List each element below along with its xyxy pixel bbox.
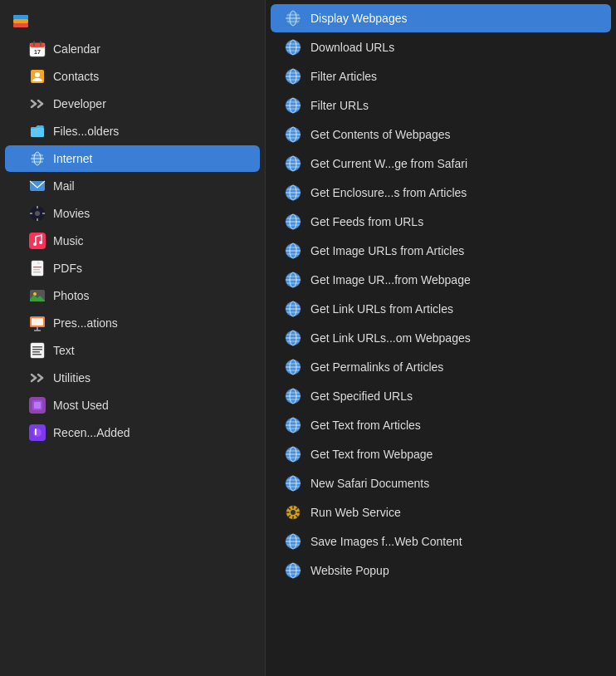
content-item-display-webpages[interactable]: Display Webpages — [271, 4, 611, 32]
content-item-get-link-urls-webpages[interactable]: Get Link URLs...om Webpages — [271, 324, 611, 352]
content-item-filter-articles[interactable]: Filter Articles — [271, 62, 611, 91]
filter-articles-label: Filter Articles — [310, 70, 377, 83]
get-text-articles-label: Get Text from Articles — [310, 419, 421, 432]
content-item-get-specified-urls[interactable]: Get Specified URLs — [271, 382, 611, 410]
sidebar-item-text[interactable]: Text — [5, 337, 260, 364]
svg-rect-54 — [35, 429, 37, 435]
svg-rect-4 — [30, 43, 45, 47]
display-webpages-label: Display Webpages — [310, 12, 407, 25]
svg-rect-44 — [32, 354, 42, 355]
music-icon — [28, 232, 46, 250]
sidebar-item-files[interactable]: Files...olders — [5, 118, 260, 145]
svg-point-9 — [35, 72, 40, 77]
get-permalinks-icon — [284, 358, 302, 376]
internet-label: Internet — [53, 152, 92, 165]
content-item-get-current[interactable]: Get Current W...ge from Safari — [271, 149, 611, 178]
save-images-icon — [284, 532, 302, 551]
most-used-icon — [28, 396, 46, 414]
content-items: Display Webpages Download URLs Filter Ar… — [266, 4, 616, 585]
movies-label: Movies — [53, 207, 90, 220]
sidebar-item-photos[interactable]: Photos — [5, 282, 260, 309]
developer-label: Developer — [53, 97, 106, 110]
content-item-save-images[interactable]: Save Images f...Web Content — [271, 527, 611, 556]
get-link-urls-articles-label: Get Link URLs from Articles — [310, 302, 453, 316]
content-item-get-link-urls-articles[interactable]: Get Link URLs from Articles — [271, 295, 611, 323]
content-item-get-enclosures[interactable]: Get Enclosure...s from Articles — [271, 179, 611, 207]
sidebar-item-presentations[interactable]: Pres...ations — [5, 310, 260, 336]
new-safari-documents-label: New Safari Documents — [310, 477, 429, 490]
sidebar-item-music[interactable]: Music — [5, 228, 260, 254]
svg-rect-31 — [33, 267, 42, 267]
svg-rect-14 — [31, 127, 44, 137]
content-item-get-image-urls-webpage[interactable]: Get Image UR...from Webpage — [271, 266, 611, 294]
svg-point-141 — [291, 510, 296, 515]
sidebar-item-recently-added[interactable]: Recen...Added — [5, 419, 260, 446]
svg-rect-51 — [34, 402, 41, 409]
presentations-icon — [28, 314, 46, 332]
website-popup-icon — [284, 561, 302, 580]
photos-icon — [28, 287, 46, 305]
svg-rect-43 — [32, 351, 40, 353]
sidebar-item-most-used[interactable]: Most Used — [5, 392, 260, 419]
get-enclosures-label: Get Enclosure...s from Articles — [310, 186, 467, 199]
get-text-webpage-label: Get Text from Webpage — [310, 448, 433, 461]
svg-point-35 — [33, 292, 37, 296]
svg-text:17: 17 — [34, 49, 41, 55]
contacts-icon — [28, 67, 46, 86]
get-link-urls-webpages-icon — [284, 329, 302, 347]
internet-icon — [28, 149, 46, 168]
svg-rect-27 — [29, 233, 46, 249]
svg-point-22 — [35, 211, 40, 216]
content-item-run-web-service[interactable]: Run Web Service — [271, 498, 611, 527]
content-item-get-permalinks[interactable]: Get Permalinks of Articles — [271, 353, 611, 381]
filter-urls-icon — [284, 96, 302, 115]
pdfs-label: PDFs — [53, 262, 82, 275]
svg-rect-1 — [13, 19, 28, 23]
library-header[interactable] — [0, 7, 265, 35]
svg-rect-42 — [32, 349, 42, 350]
calendar-label: Calendar — [53, 42, 100, 56]
pdfs-icon — [28, 259, 46, 277]
contacts-label: Contacts — [53, 70, 99, 83]
svg-line-46 — [32, 378, 36, 381]
music-label: Music — [53, 234, 84, 247]
library-icon — [12, 12, 30, 30]
recently-added-label: Recen...Added — [53, 426, 130, 439]
svg-rect-40 — [31, 343, 44, 358]
sidebar-item-calendar[interactable]: 17 Calendar — [5, 36, 260, 62]
sidebar-item-movies[interactable]: Movies — [5, 200, 260, 227]
calendar-icon: 17 — [28, 40, 46, 58]
content-item-get-text-articles[interactable]: Get Text from Articles — [271, 411, 611, 439]
svg-rect-41 — [32, 346, 42, 348]
content-item-filter-urls[interactable]: Filter URLs — [271, 91, 611, 120]
get-image-urls-articles-icon — [284, 242, 302, 260]
content-item-new-safari-documents[interactable]: New Safari Documents — [271, 469, 611, 497]
svg-line-11 — [32, 104, 36, 107]
save-images-label: Save Images f...Web Content — [310, 535, 462, 548]
content-item-download-urls[interactable]: Download URLs — [271, 33, 611, 61]
content-item-get-text-webpage[interactable]: Get Text from Webpage — [271, 440, 611, 468]
get-feeds-label: Get Feeds from URLs — [310, 215, 423, 228]
utilities-label: Utilities — [53, 371, 90, 385]
get-specified-urls-label: Get Specified URLs — [310, 389, 413, 403]
content-item-get-image-urls-articles[interactable]: Get Image URLs from Articles — [271, 237, 611, 265]
content-item-website-popup[interactable]: Website Popup — [271, 556, 611, 585]
content-item-get-feeds[interactable]: Get Feeds from URLs — [271, 208, 611, 236]
sidebar-item-developer[interactable]: Developer — [5, 91, 260, 117]
sidebar-item-utilities[interactable]: Utilities — [5, 365, 260, 391]
get-current-icon — [284, 154, 302, 173]
get-text-webpage-icon — [284, 445, 302, 463]
sidebar-item-pdfs[interactable]: PDFs — [5, 255, 260, 282]
svg-point-53 — [33, 429, 42, 437]
run-web-service-icon — [284, 503, 302, 522]
svg-line-48 — [38, 378, 42, 381]
text-label: Text — [53, 344, 75, 357]
sidebar-item-internet[interactable]: Internet — [5, 145, 260, 172]
sidebar-item-mail[interactable]: Mail — [5, 173, 260, 199]
download-urls-icon — [284, 38, 302, 56]
presentations-label: Pres...ations — [53, 316, 118, 330]
sidebar-item-contacts[interactable]: Contacts — [5, 63, 260, 90]
utilities-icon — [28, 369, 46, 387]
get-contents-icon — [284, 125, 302, 144]
content-item-get-contents[interactable]: Get Contents of Webpages — [271, 120, 611, 149]
